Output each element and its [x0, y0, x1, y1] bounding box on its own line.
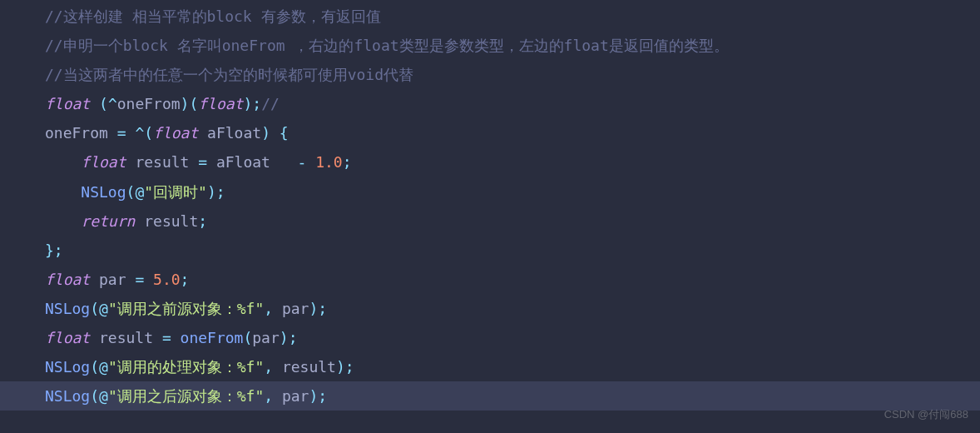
code-token: result: [273, 358, 336, 376]
code-token: ,: [264, 300, 273, 317]
code-token: [144, 271, 153, 288]
code-token: ;: [343, 153, 352, 171]
code-token: 1.0: [315, 153, 343, 171]
code-token: //当这两者中的任意一个为空的时候都可使用void代替: [45, 66, 413, 83]
code-token: );: [309, 387, 327, 405]
code-token: float: [81, 153, 126, 171]
code-token: (: [243, 329, 252, 346]
code-token: ^: [135, 124, 144, 142]
code-line[interactable]: NSLog(@"调用之后源对象：%f", par);: [0, 381, 980, 411]
code-token: @: [135, 183, 144, 201]
code-token: )(: [181, 95, 199, 112]
code-token: NSLog: [45, 300, 90, 317]
code-token: @: [99, 387, 108, 405]
code-token: //申明一个block 名字叫oneFrom ，右边的float类型是参数类型，…: [45, 37, 729, 54]
code-token: (: [144, 124, 153, 142]
code-token: "调用的处理对象：%f": [108, 358, 264, 376]
code-token: ,: [264, 387, 273, 405]
code-token: (: [99, 95, 108, 112]
code-line[interactable]: return result;: [45, 207, 980, 236]
code-token: (: [90, 358, 99, 376]
code-token: ^: [108, 95, 117, 112]
code-token: oneFrom: [181, 329, 244, 346]
code-token: float: [198, 95, 243, 112]
code-line[interactable]: oneFrom = ^(float aFloat) {: [45, 118, 980, 147]
code-token: float: [45, 95, 90, 112]
code-token: (: [90, 387, 99, 405]
code-token: result: [90, 329, 162, 346]
code-token: aFloat: [207, 153, 297, 171]
code-token: =: [117, 124, 126, 142]
watermark: CSDN @付闯688: [884, 404, 968, 425]
code-token: "调用之后源对象：%f": [108, 387, 264, 405]
code-token: [306, 153, 315, 171]
code-token: //: [261, 95, 280, 112]
code-token: return: [81, 212, 135, 230]
code-token: =: [162, 329, 171, 346]
code-line[interactable]: //这样创建 相当平常的block 有参数，有返回值: [45, 2, 980, 31]
code-line[interactable]: //当这两者中的任意一个为空的时候都可使用void代替: [45, 60, 980, 89]
code-token: };: [45, 241, 63, 259]
code-token: (: [126, 183, 136, 201]
code-token: float: [45, 271, 90, 288]
code-line[interactable]: float result = oneFrom(par);: [45, 323, 980, 352]
code-token: );: [280, 329, 298, 346]
code-token: ;: [198, 212, 207, 230]
code-token: );: [207, 183, 225, 201]
code-line[interactable]: NSLog(@"调用之前源对象：%f", par);: [45, 294, 980, 323]
code-token: -: [297, 153, 306, 171]
code-token: (: [90, 300, 99, 317]
code-token: );: [336, 358, 354, 376]
code-token: NSLog: [45, 387, 90, 405]
code-token: par: [273, 300, 309, 317]
code-token: =: [135, 271, 144, 288]
code-token: @: [99, 358, 108, 376]
code-token: [90, 95, 99, 112]
code-token: =: [198, 153, 207, 171]
code-token: [45, 212, 81, 230]
code-token: );: [309, 300, 327, 317]
code-token: float: [153, 124, 198, 142]
code-line[interactable]: float result = aFloat - 1.0;: [45, 147, 980, 177]
code-token: result: [126, 153, 199, 171]
code-token: ,: [264, 358, 273, 376]
code-token: "回调时": [144, 183, 207, 201]
code-token: par: [252, 329, 280, 346]
code-token: [45, 153, 81, 171]
code-token: //这样创建 相当平常的block 有参数，有返回值: [45, 7, 381, 25]
code-line[interactable]: //申明一个block 名字叫oneFrom ，右边的float类型是参数类型，…: [45, 31, 980, 60]
code-token: oneFrom: [45, 124, 117, 142]
code-token: oneFrom: [117, 95, 181, 112]
code-line[interactable]: NSLog(@"调用的处理对象：%f", result);: [45, 352, 980, 381]
code-editor[interactable]: //这样创建 相当平常的block 有参数，有返回值//申明一个block 名字…: [45, 2, 980, 411]
code-token: @: [99, 300, 108, 317]
code-token: [45, 183, 81, 201]
code-line[interactable]: float (^oneFrom)(float);//: [45, 89, 980, 118]
code-token: par: [90, 271, 135, 288]
code-line[interactable]: NSLog(@"回调时");: [45, 177, 980, 207]
code-token: float: [45, 329, 90, 346]
code-token: aFloat: [198, 124, 261, 142]
code-token: NSLog: [81, 183, 126, 201]
code-token: ) {: [261, 124, 289, 142]
code-token: par: [273, 387, 309, 405]
code-token: 5.0: [153, 271, 181, 288]
code-token: NSLog: [45, 358, 90, 376]
code-token: ;: [181, 271, 190, 288]
code-token: );: [243, 95, 261, 112]
code-line[interactable]: float par = 5.0;: [45, 265, 980, 294]
code-token: [171, 329, 181, 346]
code-line[interactable]: };: [45, 236, 980, 265]
code-token: result: [135, 212, 198, 230]
code-token: "调用之前源对象：%f": [108, 300, 264, 317]
code-token: [126, 124, 136, 142]
